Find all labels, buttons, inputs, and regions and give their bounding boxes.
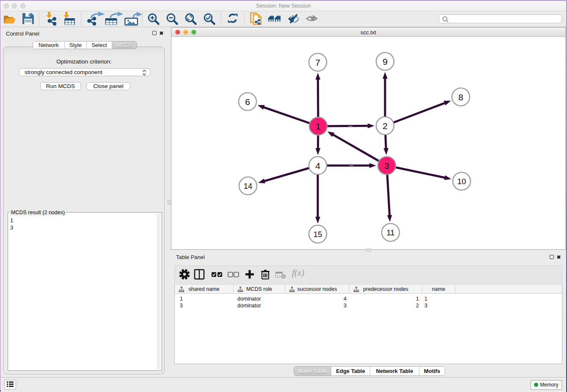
svg-text:4: 4 bbox=[315, 161, 320, 171]
svg-text:1: 1 bbox=[316, 121, 321, 131]
svg-text:11: 11 bbox=[386, 228, 394, 237]
svg-text:14: 14 bbox=[244, 182, 253, 190]
svg-text:6: 6 bbox=[245, 97, 250, 107]
svg-text:3: 3 bbox=[384, 161, 389, 171]
svg-text:10: 10 bbox=[457, 177, 466, 186]
svg-text:15: 15 bbox=[314, 230, 322, 239]
svg-text:2: 2 bbox=[383, 121, 388, 131]
svg-text:7: 7 bbox=[315, 58, 320, 67]
svg-text:8: 8 bbox=[458, 92, 463, 102]
svg-text:9: 9 bbox=[383, 57, 388, 66]
